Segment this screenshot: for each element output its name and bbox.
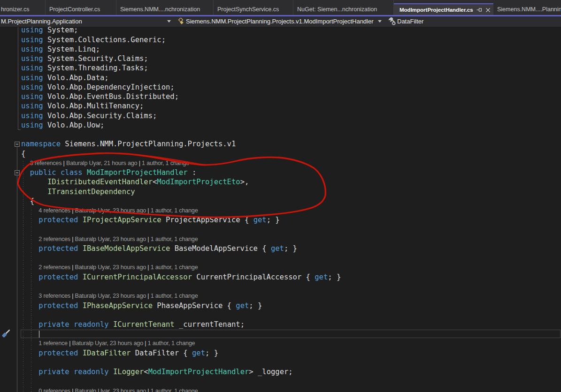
code-line: protected ICurrentPrincipalAccessor Curr… bbox=[38, 272, 341, 282]
wrench-icon bbox=[388, 17, 396, 25]
member-dropdown-label: DataFilter bbox=[397, 18, 423, 25]
text-caret bbox=[39, 331, 40, 338]
code-line: using Volo.Abp.Security.Claims; bbox=[21, 111, 157, 121]
member-dropdown[interactable]: DataFilter bbox=[384, 16, 561, 27]
code-line: private readonly ILogger<ModImportProjec… bbox=[38, 367, 292, 377]
chevron-down-icon bbox=[378, 20, 382, 23]
tab-accent-underline bbox=[0, 15, 561, 16]
codelens-line[interactable]: 3 references | Baturalp Uyar, 21 hours a… bbox=[30, 159, 189, 167]
tab-3[interactable]: ProjectSynchService.cs bbox=[214, 0, 293, 15]
code-line: { bbox=[30, 196, 34, 206]
class-icon bbox=[177, 18, 184, 25]
code-line: using Volo.Abp.DependencyInjection; bbox=[21, 83, 175, 92]
code-line: public class ModImportProjectHandler : bbox=[30, 168, 197, 177]
type-dropdown[interactable]: Siemens.NMM.ProjectPlanning.Projects.v1.… bbox=[173, 16, 384, 27]
codelens-line[interactable]: 3 references | Baturalp Uyar, 23 hours a… bbox=[38, 292, 198, 300]
code-line: using System.Linq; bbox=[21, 45, 100, 54]
code-line: using Volo.Abp.Uow; bbox=[21, 121, 104, 130]
quick-actions-screwdriver-icon[interactable] bbox=[0, 328, 11, 339]
tab-4[interactable]: NuGet: Siemen...nchronization bbox=[293, 0, 394, 15]
code-line: protected IBaseModelAppService BaseModel… bbox=[38, 244, 297, 253]
tab-0[interactable]: hronizer.cs bbox=[0, 0, 46, 15]
close-icon[interactable] bbox=[485, 8, 491, 13]
codelens-line[interactable]: 2 references | Baturalp Uyar, 23 hours a… bbox=[38, 235, 198, 243]
chevron-down-icon bbox=[167, 20, 171, 23]
codelens-line[interactable]: 4 references | Baturalp Uyar, 23 hours a… bbox=[38, 207, 198, 215]
code-line: using Volo.Abp.MultiTenancy; bbox=[21, 101, 144, 111]
code-line: namespace Siemens.NMM.ProjectPlanning.Pr… bbox=[21, 139, 236, 149]
tab-bar: hronizer.csProjectController.csSiemens.N… bbox=[0, 0, 561, 15]
code-line: IDistributedEventHandler<ModImportProjec… bbox=[47, 177, 249, 187]
fold-box-class[interactable] bbox=[15, 170, 20, 175]
code-line: using System.Security.Claims; bbox=[21, 54, 148, 63]
code-line: protected IProjectAppService ProjectAppS… bbox=[38, 215, 279, 225]
vs-editor-window: using System;using System.Collections.Ge… bbox=[0, 0, 561, 392]
tab-label: Siemens.NMM....Planning. bbox=[497, 6, 561, 13]
project-dropdown-label: M.ProjectPlanning.Application bbox=[1, 18, 165, 25]
tab-2[interactable]: Siemens.NMM....nchronization bbox=[116, 0, 214, 15]
code-line: using Volo.Abp.EventBus.Distributed; bbox=[21, 92, 179, 101]
code-editor[interactable]: using System;using System.Collections.Ge… bbox=[0, 0, 561, 392]
type-dropdown-label: Siemens.NMM.ProjectPlanning.Projects.v1.… bbox=[186, 18, 374, 25]
codelens-line[interactable]: 1 reference | Baturalp Uyar, 23 hours ag… bbox=[38, 339, 195, 347]
tab-label: ProjectSynchService.cs bbox=[217, 6, 279, 13]
codelens-line[interactable]: 0 references | Baturalp Uyar, 23 hours a… bbox=[38, 387, 198, 392]
codelens-line[interactable]: 2 references | Baturalp Uyar, 23 hours a… bbox=[38, 264, 198, 271]
code-line: { bbox=[21, 149, 25, 158]
tab-label: ProjectController.cs bbox=[49, 6, 100, 13]
fold-box-namespace[interactable] bbox=[15, 142, 20, 147]
tab-label: NuGet: Siemen...nchronization bbox=[297, 6, 377, 13]
tab-1[interactable]: ProjectController.cs bbox=[46, 0, 116, 15]
code-line: private readonly ICurrentTenant _current… bbox=[38, 320, 245, 329]
code-line: using System; bbox=[21, 25, 78, 35]
navigation-bar: M.ProjectPlanning.Application Siemens.NM… bbox=[0, 16, 561, 27]
tab-label: ModImportProjectHandler.cs bbox=[400, 7, 473, 13]
tab-active-5[interactable]: ModImportProjectHandler.cs bbox=[394, 3, 493, 15]
code-line: protected IDataFilter DataFilter { get; … bbox=[38, 348, 218, 358]
project-dropdown[interactable]: M.ProjectPlanning.Application bbox=[0, 16, 173, 27]
code-line: ITransientDependency bbox=[47, 187, 135, 196]
tab-label: Siemens.NMM....nchronization bbox=[120, 6, 200, 13]
tab-6[interactable]: Siemens.NMM....Planning. bbox=[493, 0, 561, 15]
pin-icon[interactable] bbox=[476, 7, 482, 13]
tab-label: hronizer.cs bbox=[1, 6, 29, 13]
code-line: using System.Collections.Generic; bbox=[21, 35, 166, 45]
code-line: protected IPhaseAppService PhaseAppServi… bbox=[38, 301, 262, 310]
code-line: using System.Threading.Tasks; bbox=[21, 63, 148, 73]
code-line: using Volo.Abp.Data; bbox=[21, 73, 109, 83]
